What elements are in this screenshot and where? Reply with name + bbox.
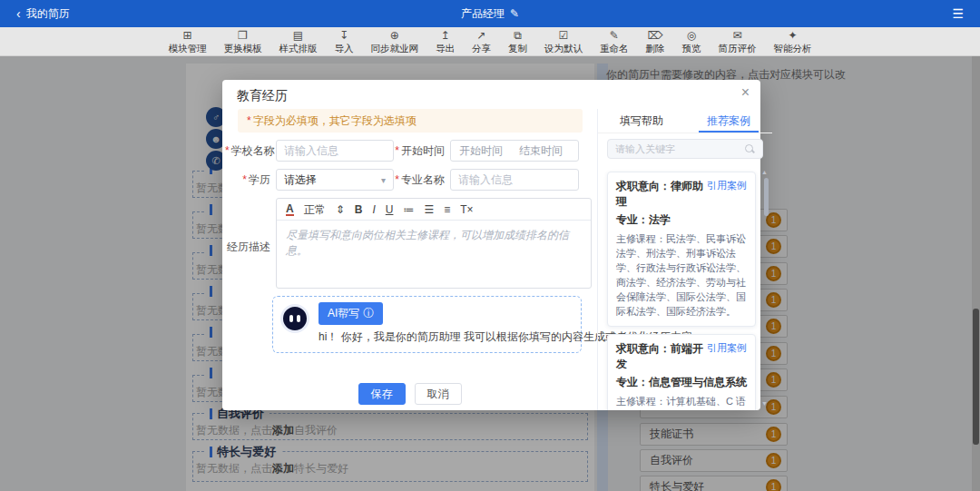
tab-fill-help[interactable]: 填写帮助 xyxy=(598,109,685,133)
toolbar-item-sync-job-site[interactable]: ⊕同步就业网 xyxy=(371,30,419,54)
case-search-box xyxy=(607,139,763,159)
panel-scrollbar-thumb[interactable] xyxy=(764,178,769,216)
major-label: *专业名称 xyxy=(394,172,450,188)
edit-title-icon[interactable]: ✎ xyxy=(510,7,519,20)
paragraph-style-select[interactable]: 正常 xyxy=(304,204,326,215)
grid-icon: ⊞ xyxy=(182,30,191,42)
education-experience-dialog: 教育经历 × * 字段为必填项，其它字段为选填项 *学校名称 *开始时间 xyxy=(222,80,760,410)
toolbar-item-import[interactable]: ↧导入 xyxy=(335,30,354,54)
copy-icon: ⧉ xyxy=(514,30,522,42)
case-list: 求职意向：律师助理 引用案例 专业：法学 主修课程：民法学、民事诉讼法学、刑法学… xyxy=(598,166,772,410)
check-circle-icon: ☑ xyxy=(559,30,569,42)
ai-message: hi！ 你好，我是你的简历助理 我可以根据你填写的内容生成或者优化经历内容 xyxy=(318,329,572,345)
toolbar-item-set-default[interactable]: ☑设为默认 xyxy=(544,30,583,54)
toolbar: ⊞模块管理 ❐更换模板 ▤样式排版 ↧导入 ⊕同步就业网 ↥导出 ↗分享 ⧉复制… xyxy=(0,27,980,56)
required-asterisk: * xyxy=(247,114,251,127)
trash-icon: ⌦ xyxy=(648,30,663,42)
major-input[interactable] xyxy=(450,169,579,191)
date-range-picker xyxy=(450,140,579,162)
school-name-input[interactable] xyxy=(276,140,394,162)
tab-recommended-cases[interactable]: 推荐案例 xyxy=(685,109,772,133)
layout-icon: ▤ xyxy=(293,30,303,42)
bullet-list-button[interactable]: ☰ xyxy=(424,204,434,215)
save-button[interactable]: 保存 xyxy=(358,383,406,405)
rich-text-editor[interactable]: A 正常 ⇕ B I U ≔ ☰ ≡ T× 尽量填写和意向岗位相关主修课程，可以… xyxy=(276,198,592,289)
toolbar-item-share[interactable]: ↗分享 xyxy=(472,30,491,54)
ordered-list-button[interactable]: ≔ xyxy=(403,204,414,215)
globe-icon: ⊕ xyxy=(390,30,399,42)
start-date-input[interactable] xyxy=(451,142,511,160)
case-card-frontend-dev[interactable]: 求职意向：前端开发 引用案例 专业：信息管理与信息系统 主修课程：计算机基础、C… xyxy=(607,334,756,410)
toolbar-item-copy[interactable]: ⧉复制 xyxy=(508,30,527,54)
top-header: ‹ 我的简历 产品经理 ✎ ☰ xyxy=(0,0,980,27)
toolbar-item-rename[interactable]: ✎重命名 xyxy=(600,30,629,54)
use-case-link[interactable]: 引用案例 xyxy=(707,179,747,192)
ai-write-button[interactable]: AI帮写 ⓘ xyxy=(318,302,383,325)
template-icon: ❐ xyxy=(238,30,248,42)
dialog-title: 教育经历 xyxy=(222,80,760,109)
required-notice: * 字段为必填项，其它字段为选填项 xyxy=(238,109,583,133)
chevron-down-icon: ▾ xyxy=(381,175,386,185)
clear-format-button[interactable]: T× xyxy=(460,204,473,215)
share-icon: ↗ xyxy=(476,30,485,42)
toolbar-item-style-layout[interactable]: ▤样式排版 xyxy=(279,30,318,54)
robot-avatar xyxy=(280,304,309,333)
school-name-label: *学校名称 xyxy=(225,143,276,159)
close-icon[interactable]: × xyxy=(741,85,750,100)
italic-button[interactable]: I xyxy=(372,204,375,215)
resume-title-text: 产品经理 xyxy=(461,6,505,22)
text-color-button[interactable]: A xyxy=(286,203,294,216)
toolbar-item-smart-analysis[interactable]: ✦智能分析 xyxy=(774,30,812,54)
underline-button[interactable]: U xyxy=(386,204,394,215)
case-card-lawyer-assistant[interactable]: 求职意向：律师助理 引用案例 专业：法学 主修课程：民法学、民事诉讼法学、刑法学… xyxy=(607,172,756,327)
cancel-button[interactable]: 取消 xyxy=(415,383,462,405)
dialog-footer: 保存 取消 xyxy=(222,383,597,410)
toolbar-item-delete[interactable]: ⌦删除 xyxy=(646,30,665,54)
use-case-link[interactable]: 引用案例 xyxy=(707,341,747,355)
toolbar-item-preview[interactable]: ◎预览 xyxy=(682,30,701,54)
search-icon xyxy=(744,143,755,154)
comment-icon: ✉ xyxy=(732,30,741,42)
menu-icon[interactable]: ☰ xyxy=(952,6,964,21)
export-icon: ↥ xyxy=(440,30,449,42)
resume-title: 产品经理 ✎ xyxy=(461,6,519,22)
toolbar-item-change-template[interactable]: ❐更换模板 xyxy=(224,30,262,54)
scroll-down-icon[interactable]: ▼ xyxy=(761,400,768,407)
description-label: 经历描述 xyxy=(225,198,276,289)
font-size-stepper-icon[interactable]: ⇕ xyxy=(336,204,345,215)
panel-tabs: 填写帮助 推荐案例 xyxy=(598,109,772,133)
description-placeholder[interactable]: 尽量填写和意向岗位相关主修课程，可以增加成绩排名的信息。 xyxy=(277,221,591,266)
info-icon: ⓘ xyxy=(363,306,374,321)
resume-editor-app: ‹ 我的简历 产品经理 ✎ ☰ ⊞模块管理 ❐更换模板 ▤样式排版 ↧导入 ⊕同… xyxy=(0,0,980,491)
scroll-up-icon[interactable]: ▲ xyxy=(761,169,768,175)
degree-select[interactable]: 请选择 ▾ xyxy=(276,169,394,191)
pencil-icon: ✎ xyxy=(610,30,619,42)
import-icon: ↧ xyxy=(339,30,348,42)
back-button[interactable]: ‹ 我的简历 xyxy=(16,6,70,22)
toolbar-item-resume-review[interactable]: ✉简历评价 xyxy=(719,30,757,54)
education-form: * 字段为必填项，其它字段为选填项 *学校名称 *开始时间 *学历 请选择 xyxy=(222,109,597,410)
toolbar-item-export[interactable]: ↥导出 xyxy=(436,30,455,54)
align-button[interactable]: ≡ xyxy=(444,204,450,215)
toolbar-item-module-manage[interactable]: ⊞模块管理 xyxy=(169,30,207,54)
help-panel: 填写帮助 推荐案例 求职意向：律师助理 引用案例 专业：法学 主修课程：民法学、… xyxy=(597,109,772,410)
case-search-input[interactable] xyxy=(615,143,744,154)
degree-label: *学历 xyxy=(225,172,276,188)
ai-assistant-panel: AI帮写 ⓘ hi！ 你好，我是你的简历助理 我可以根据你填写的内容生成或者优化… xyxy=(272,296,582,353)
back-chevron-icon: ‹ xyxy=(16,7,21,20)
sparkle-icon: ✦ xyxy=(788,30,797,42)
editor-toolbar: A 正常 ⇕ B I U ≔ ☰ ≡ T× xyxy=(277,199,591,221)
start-time-label: *开始时间 xyxy=(394,143,450,159)
back-label: 我的简历 xyxy=(26,6,70,22)
end-date-input[interactable] xyxy=(511,142,571,160)
bold-button[interactable]: B xyxy=(355,204,363,215)
eye-icon: ◎ xyxy=(687,30,696,42)
